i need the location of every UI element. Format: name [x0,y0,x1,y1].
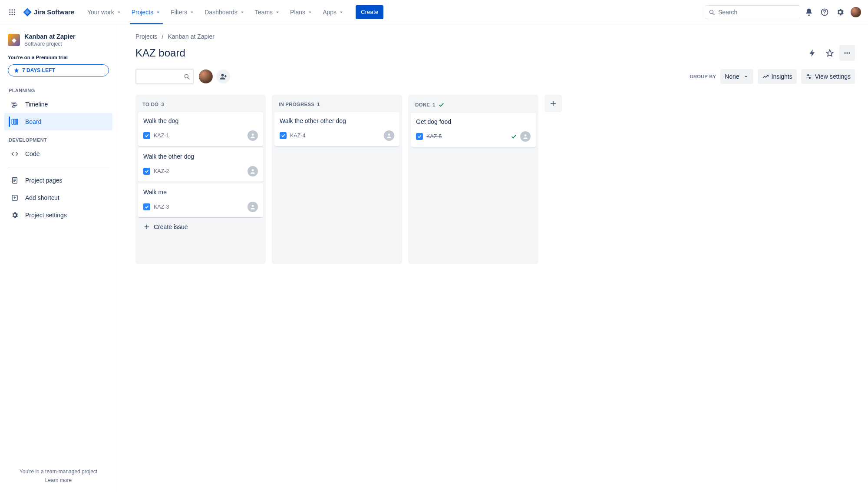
sidebar-item-code[interactable]: Code [4,145,112,163]
plus-icon [549,100,557,107]
jira-logo-icon [23,7,32,17]
insights-button[interactable]: Insights [758,69,797,84]
card-title: Walk the dog [143,117,258,124]
nav-item[interactable]: Plans [286,0,317,24]
issue-card[interactable]: Walk the other dogKAZ-2 [138,148,263,182]
sidebar-footer-text: You're in a team-managed project [4,469,112,475]
assignee-filter-strip [199,70,230,83]
svg-point-42 [525,134,527,136]
nav-item[interactable]: Apps [318,0,349,24]
sidebar-item-label: Board [25,118,41,125]
nav-item-label: Projects [132,9,154,16]
chevron-down-icon [307,9,313,15]
issue-key: KAZ-2 [154,168,169,174]
svg-point-38 [252,205,254,207]
sidebar-item-board[interactable]: Board [4,113,112,130]
sidebar-item-add-shortcut[interactable]: Add shortcut [4,189,112,206]
search-input[interactable] [705,5,800,19]
sidebar-learn-more-link[interactable]: Learn more [4,477,112,483]
column-header[interactable]: DONE 1 [411,99,536,113]
card-footer: KAZ-2 [143,166,258,176]
breadcrumb-root[interactable]: Projects [135,33,158,40]
svg-point-12 [824,13,825,14]
board-column: DONE 1 Get dog foodKAZ-5 [408,95,538,264]
unassigned-avatar-icon [520,131,531,142]
sidebar-item-project-pages[interactable]: Project pages [4,172,112,189]
project-name: Kanban at Zapier [24,33,76,40]
sidebar-section-development: DEVELOPMENT [4,130,112,145]
svg-point-27 [846,52,848,53]
settings-icon[interactable] [833,5,847,19]
nav-right [705,5,863,19]
svg-point-35 [809,77,810,79]
jira-logo[interactable]: Jira Software [21,7,76,17]
view-settings-button[interactable]: View settings [801,69,855,84]
svg-point-41 [388,133,390,136]
column-header[interactable]: IN PROGRESS 1 [274,99,399,112]
board-icon [10,118,19,126]
groupby-value: None [725,73,739,80]
task-type-icon [143,203,150,210]
app-switcher-icon[interactable] [5,5,19,19]
nav-item-label: Your work [87,9,114,16]
more-actions-icon[interactable] [839,45,855,61]
trial-days-left-label: 7 DAYS LEFT [22,67,55,73]
nav-item[interactable]: Teams [251,0,285,24]
add-column-button[interactable] [545,95,562,112]
column-count: 1 [432,102,436,107]
svg-point-6 [9,13,10,15]
create-issue-label: Create issue [154,223,188,230]
profile-avatar[interactable] [849,5,863,19]
svg-rect-17 [14,119,16,124]
nav-item[interactable]: Filters [166,0,199,24]
breadcrumb-current[interactable]: Kanban at Zapier [168,33,214,40]
create-button[interactable]: Create [356,5,383,19]
sidebar-item-label: Project settings [25,212,67,219]
nav-item[interactable]: Projects [127,0,166,24]
issue-card[interactable]: Walk the dogKAZ-1 [138,112,263,146]
column-cards: Walk the dogKAZ-1Walk the other dogKAZ-2… [138,112,263,217]
chevron-down-icon [743,73,749,80]
issue-card[interactable]: Walk meKAZ-3 [138,183,263,217]
issue-key: KAZ-4 [290,133,305,139]
nav-left: Jira Software Your workProjectsFiltersDa… [5,0,383,24]
breadcrumb: Projects / Kanban at Zapier [135,33,855,40]
svg-rect-18 [17,119,18,124]
svg-point-36 [252,133,254,136]
sidebar-item-project-settings[interactable]: Project settings [4,206,112,224]
issue-card[interactable]: Walk the other other dogKAZ-4 [274,112,399,146]
board-column: IN PROGRESS 1Walk the other other dogKAZ… [272,95,402,264]
help-icon[interactable] [818,5,832,19]
project-header[interactable]: ◆ Kanban at Zapier Software project [4,33,112,53]
notifications-icon[interactable] [802,5,816,19]
column-title: TO DO [142,102,158,107]
project-subtitle: Software project [24,41,76,47]
plus-icon [143,223,150,230]
column-title: DONE [415,102,430,107]
nav-item[interactable]: Dashboards [200,0,250,24]
issue-card[interactable]: Get dog foodKAZ-5 [411,113,536,147]
column-count: 3 [161,102,164,107]
task-type-icon [143,132,150,139]
svg-rect-13 [12,102,15,103]
add-people-button[interactable] [216,70,230,83]
groupby-dropdown[interactable]: None [720,69,753,84]
task-type-icon [143,168,150,175]
svg-point-8 [14,13,15,15]
svg-point-31 [221,74,224,76]
automation-icon[interactable] [805,45,820,61]
create-issue-button[interactable]: Create issue [138,219,263,235]
assignee-avatar[interactable] [199,70,213,83]
avatar-icon [851,7,861,17]
nav-item[interactable]: Your work [83,0,126,24]
done-column-check-icon [438,102,444,108]
svg-rect-14 [13,104,17,106]
sidebar-item-timeline[interactable]: Timeline [4,96,112,113]
chevron-down-icon [239,9,245,15]
trial-days-left-button[interactable]: 7 DAYS LEFT [8,64,109,76]
card-title: Get dog food [416,118,531,125]
column-header[interactable]: TO DO 3 [138,99,263,112]
main-content: Projects / Kanban at Zapier KAZ board [117,24,868,492]
star-icon[interactable] [822,45,838,61]
sidebar-item-label: Code [25,150,40,157]
